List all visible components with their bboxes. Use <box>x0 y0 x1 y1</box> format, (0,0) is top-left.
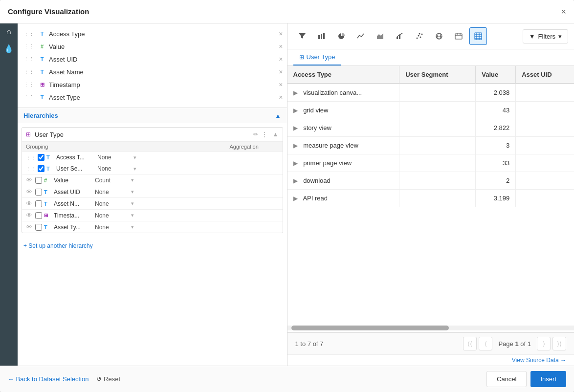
expand-btn[interactable]: ▶ <box>293 89 298 96</box>
hierarchy-row: 👁 ⊞ Timesta... None ▾ <box>22 209 283 221</box>
filters-button[interactable]: ▼ Filters ▾ <box>523 29 568 44</box>
dropdown-arrow[interactable]: ▾ <box>133 154 136 161</box>
reset-link[interactable]: ↺ Reset <box>96 375 120 383</box>
modal-footer: ← Back to Dataset Selection ↺ Reset Canc… <box>0 366 574 392</box>
area-chart-btn[interactable] <box>372 27 389 45</box>
close-button[interactable]: × <box>561 7 566 16</box>
field-remove-btn[interactable]: × <box>279 68 283 76</box>
row-checkbox[interactable] <box>35 177 42 184</box>
field-name: Timestamp <box>49 81 276 88</box>
row-checkbox[interactable] <box>35 189 42 196</box>
bar-chart-btn[interactable] <box>313 27 331 45</box>
value-cell: 3,199 <box>476 190 516 207</box>
row-agg: Count <box>95 177 129 184</box>
eye-icon[interactable]: 👁 <box>26 176 32 184</box>
hierarchies-header[interactable]: Hierarchies ▲ <box>18 108 287 123</box>
expand-btn[interactable]: ▶ <box>293 125 298 131</box>
eye-icon[interactable]: 👁 <box>26 212 32 219</box>
field-remove-btn[interactable]: × <box>279 43 283 50</box>
row-checkbox[interactable] <box>35 200 42 207</box>
drag-handle: ⋮⋮ <box>23 82 34 88</box>
drop-icon[interactable]: 💧 <box>4 44 14 53</box>
eye-icon[interactable]: 👁 <box>26 223 32 231</box>
of-text: of 1 <box>520 340 531 348</box>
row-drag-handle: ⋮⋮ <box>26 155 36 160</box>
access-type-cell: ▶ visualization canva... <box>287 84 399 102</box>
map-btn[interactable] <box>430 27 448 45</box>
field-item-value[interactable]: ⋮⋮ # Value × <box>18 40 287 53</box>
view-source-data-link[interactable]: View Source Data → <box>512 357 566 364</box>
eye-icon[interactable]: 👁 <box>26 188 32 196</box>
type-icon-T: T <box>38 93 46 101</box>
global-icons: ⌂ 💧 <box>0 23 18 366</box>
dropdown-arrow[interactable]: ▾ <box>131 224 134 230</box>
field-item-access-type[interactable]: ⋮⋮ T Access Type × <box>18 27 287 40</box>
expand-btn[interactable]: ▶ <box>293 195 298 202</box>
back-to-dataset-link[interactable]: ← Back to Dataset Selection <box>8 375 88 383</box>
row-name: Asset Ty... <box>54 224 93 231</box>
prev-page-btn[interactable]: ⟨ <box>479 337 492 350</box>
access-type-value: story view <box>303 124 331 131</box>
collapse-icon[interactable]: ▲ <box>273 131 279 138</box>
edit-icon[interactable]: ✏ <box>253 131 258 138</box>
field-item-asset-type[interactable]: ⋮⋮ T Asset Type × <box>18 91 287 104</box>
eye-icon[interactable]: 👁 <box>26 200 32 207</box>
table-container: Access Type User Segment Value Asset UID… <box>287 66 574 324</box>
expand-btn[interactable]: ▶ <box>293 177 298 184</box>
value-cell: 2 <box>476 172 516 190</box>
field-remove-btn[interactable]: × <box>279 30 283 38</box>
next-page-btn[interactable]: ⟩ <box>537 337 551 350</box>
field-item-asset-name[interactable]: ⋮⋮ T Asset Name × <box>18 65 287 78</box>
dropdown-arrow[interactable]: ▾ <box>131 189 134 195</box>
asset-uid-cell <box>516 154 574 172</box>
row-checkbox[interactable] <box>35 212 42 219</box>
line-chart-btn[interactable] <box>352 27 370 45</box>
home-icon[interactable]: ⌂ <box>6 27 11 36</box>
scatter-btn[interactable] <box>411 27 428 45</box>
tab-user-type[interactable]: ⊞ User Type <box>293 49 341 65</box>
svg-rect-0 <box>318 35 320 39</box>
user-segment-cell <box>399 119 476 137</box>
setup-hierarchy-link[interactable]: + Set up another hierarchy <box>23 242 93 249</box>
table-btn[interactable] <box>469 27 487 45</box>
field-remove-btn[interactable]: × <box>279 55 283 63</box>
expand-btn[interactable]: ▶ <box>293 160 298 167</box>
page-info: Page 1 of 1 <box>494 340 535 348</box>
scrollbar-thumb[interactable] <box>291 326 449 330</box>
dropdown-arrow[interactable]: ▾ <box>133 166 136 172</box>
modal-title: Configure Visualization <box>8 7 89 16</box>
dropdown-arrow[interactable]: ▾ <box>131 177 134 183</box>
horizontal-scrollbar[interactable] <box>287 326 574 330</box>
more-icon[interactable]: ⋮ <box>261 131 268 138</box>
insert-button[interactable]: Insert <box>530 371 566 387</box>
asset-uid-cell <box>516 102 574 119</box>
first-page-btn[interactable]: ⟨⟨ <box>463 337 477 350</box>
field-remove-btn[interactable]: × <box>279 81 283 88</box>
calendar-btn[interactable] <box>450 27 467 45</box>
combo-chart-btn[interactable] <box>391 27 409 45</box>
pagination-range: 1 to 7 of 7 <box>295 340 324 348</box>
row-name: Asset UID <box>54 189 93 196</box>
field-item-timestamp[interactable]: ⋮⋮ ⊞ Timestamp × <box>18 78 287 91</box>
expand-btn[interactable]: ▶ <box>293 142 298 149</box>
last-page-btn[interactable]: ⟩⟩ <box>552 337 566 350</box>
type-icon-T: T <box>46 166 54 172</box>
source-link-bar: View Source Data → <box>287 354 574 366</box>
row-checkbox[interactable] <box>38 165 44 172</box>
filter-btn[interactable] <box>293 27 311 45</box>
expand-btn[interactable]: ▶ <box>293 107 298 114</box>
row-name: Value <box>54 177 93 184</box>
type-icon-hash: # <box>38 43 46 50</box>
field-remove-btn[interactable]: × <box>279 93 283 101</box>
row-checkbox[interactable] <box>35 224 42 231</box>
col-header-user-segment: User Segment <box>399 66 476 84</box>
hierarchies-title: Hierarchies <box>23 112 58 119</box>
grouping-header-row: Grouping Aggregation <box>22 142 283 152</box>
dropdown-arrow[interactable]: ▾ <box>131 212 134 218</box>
dropdown-arrow[interactable]: ▾ <box>131 200 134 207</box>
left-panel: ⌂ 💧 ⋮⋮ T Access Type × ⋮⋮ # Value <box>0 23 287 366</box>
row-checkbox[interactable] <box>38 154 44 161</box>
cancel-button[interactable]: Cancel <box>486 371 527 387</box>
field-item-asset-uid[interactable]: ⋮⋮ T Asset UID × <box>18 53 287 65</box>
pie-chart-btn[interactable] <box>332 27 350 45</box>
